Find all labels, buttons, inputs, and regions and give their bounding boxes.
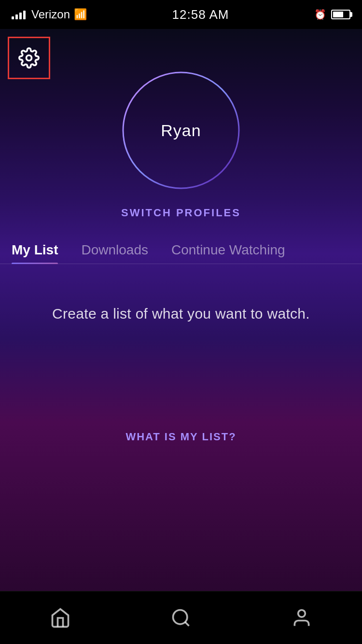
signal-bars	[12, 10, 26, 19]
nav-home[interactable]	[35, 602, 85, 633]
status-right: ⏰	[314, 9, 350, 20]
carrier-label: Verizon	[31, 8, 70, 21]
gear-icon	[18, 47, 40, 69]
battery-fill	[333, 12, 343, 17]
wifi-icon: 📶	[74, 8, 87, 21]
empty-state-message: Create a list of what you want to watch.	[52, 303, 310, 324]
nav-search[interactable]	[156, 602, 206, 633]
battery-indicator	[331, 10, 350, 19]
main-content: Ryan SWITCH PROFILES My List Downloads C…	[0, 29, 362, 591]
svg-line-3	[185, 622, 189, 626]
empty-state: Create a list of what you want to watch.…	[33, 264, 329, 462]
home-icon	[50, 607, 71, 629]
settings-button[interactable]	[8, 37, 50, 79]
switch-profiles-button[interactable]: SWITCH PROFILES	[121, 207, 241, 219]
svg-point-4	[298, 610, 306, 617]
status-bar: Verizon 📶 12:58 AM ⏰	[0, 0, 362, 29]
bottom-nav	[0, 591, 362, 644]
status-left: Verizon 📶	[12, 8, 87, 21]
alarm-icon: ⏰	[314, 9, 326, 20]
tab-downloads[interactable]: Downloads	[81, 237, 148, 264]
profile-avatar[interactable]: Ryan	[118, 68, 244, 193]
tab-continue-watching[interactable]: Continue Watching	[171, 237, 285, 264]
profile-name: Ryan	[161, 121, 201, 140]
what-is-my-list-button[interactable]: WHAT IS MY LIST?	[125, 431, 236, 443]
time-display: 12:58 AM	[172, 7, 229, 22]
tab-my-list[interactable]: My List	[12, 237, 58, 264]
svg-point-0	[27, 56, 32, 61]
profile-section: Ryan SWITCH PROFILES My List Downloads C…	[0, 29, 362, 462]
search-icon	[170, 607, 192, 629]
nav-profile[interactable]	[277, 602, 327, 633]
tabs-container: My List Downloads Continue Watching	[0, 237, 362, 264]
person-icon	[291, 607, 312, 629]
svg-point-2	[173, 610, 187, 624]
